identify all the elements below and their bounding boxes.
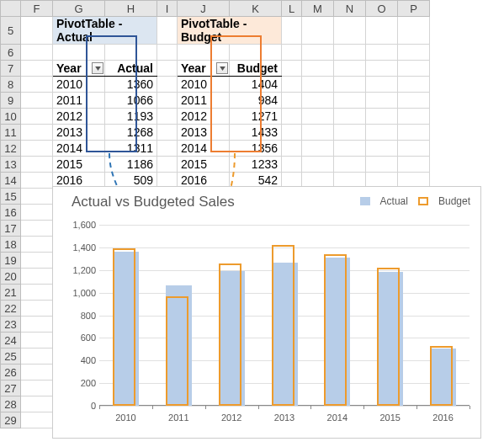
row-header-19[interactable]: 19: [1, 253, 21, 269]
bar-budget[interactable]: [113, 248, 135, 406]
cell-F23[interactable]: [21, 317, 53, 333]
cell-I7[interactable]: [157, 61, 178, 77]
cell-F7[interactable]: [21, 61, 53, 77]
cell-H9[interactable]: 1066: [105, 93, 157, 109]
col-header-L[interactable]: L: [282, 1, 302, 17]
col-header-F[interactable]: F: [21, 1, 53, 17]
cell-M9[interactable]: [302, 93, 334, 109]
row-header-15[interactable]: 15: [1, 189, 21, 205]
cell-L8[interactable]: [282, 77, 302, 93]
cell-P6[interactable]: [398, 45, 430, 61]
cell-K6[interactable]: [230, 45, 282, 61]
cell-M11[interactable]: [302, 125, 334, 141]
cell-L9[interactable]: [282, 93, 302, 109]
bar-budget[interactable]: [166, 296, 188, 406]
cell-I6[interactable]: [157, 45, 178, 61]
row-header-13[interactable]: 13: [1, 157, 21, 173]
bar-budget[interactable]: [430, 346, 453, 406]
cell-G5[interactable]: PivotTable - Actual: [53, 17, 157, 45]
cell-I5[interactable]: [157, 17, 178, 45]
cell-L5[interactable]: [282, 17, 302, 45]
cell-J10[interactable]: 2012: [178, 109, 230, 125]
cell-F5[interactable]: [21, 17, 53, 45]
row-header-6[interactable]: 6: [1, 45, 21, 61]
cell-F19[interactable]: [21, 253, 53, 269]
row-header-14[interactable]: 14: [1, 173, 21, 189]
cell-P7[interactable]: [398, 61, 430, 77]
cell-K7[interactable]: Budget: [230, 61, 282, 77]
col-header-O[interactable]: O: [366, 1, 398, 17]
cell-F13[interactable]: [21, 157, 53, 173]
cell-J12[interactable]: 2014: [178, 141, 230, 157]
cell-F22[interactable]: [21, 301, 53, 317]
cell-L12[interactable]: [282, 141, 302, 157]
cell-H6[interactable]: [105, 45, 157, 61]
cell-J9[interactable]: 2011: [178, 93, 230, 109]
cell-M8[interactable]: [302, 77, 334, 93]
row-header-20[interactable]: 20: [1, 269, 21, 285]
cell-F14[interactable]: [21, 173, 53, 189]
col-header-P[interactable]: P: [398, 1, 430, 17]
cell-I11[interactable]: [157, 125, 178, 141]
cell-F21[interactable]: [21, 285, 53, 301]
cell-F16[interactable]: [21, 205, 53, 221]
cell-P5[interactable]: [398, 17, 430, 45]
cell-F6[interactable]: [21, 45, 53, 61]
cell-F12[interactable]: [21, 141, 53, 157]
cell-I8[interactable]: [157, 77, 178, 93]
filter-dropdown-icon[interactable]: [216, 62, 228, 74]
cell-F15[interactable]: [21, 189, 53, 205]
cell-M13[interactable]: [302, 157, 334, 173]
cell-G7[interactable]: Year: [53, 61, 105, 77]
cell-J8[interactable]: 2010: [178, 77, 230, 93]
cell-H11[interactable]: 1268: [105, 125, 157, 141]
cell-L10[interactable]: [282, 109, 302, 125]
cell-N6[interactable]: [334, 45, 366, 61]
col-header-N[interactable]: N: [334, 1, 366, 17]
row-header-17[interactable]: 17: [1, 221, 21, 237]
row-header-5[interactable]: 5: [1, 17, 21, 45]
cell-F10[interactable]: [21, 109, 53, 125]
cell-L11[interactable]: [282, 125, 302, 141]
cell-H7[interactable]: Actual: [105, 61, 157, 77]
row-header-21[interactable]: 21: [1, 285, 21, 301]
cell-F20[interactable]: [21, 269, 53, 285]
cell-O13[interactable]: [366, 157, 398, 173]
cell-J11[interactable]: 2013: [178, 125, 230, 141]
cell-N8[interactable]: [334, 77, 366, 93]
cell-N7[interactable]: [334, 61, 366, 77]
row-header-24[interactable]: 24: [1, 333, 21, 349]
row-header-7[interactable]: 7: [1, 61, 21, 77]
cell-I13[interactable]: [157, 157, 178, 173]
bar-budget[interactable]: [272, 245, 294, 406]
cell-P13[interactable]: [398, 157, 430, 173]
cell-I10[interactable]: [157, 109, 178, 125]
row-header-8[interactable]: 8: [1, 77, 21, 93]
chart-container[interactable]: Actual vs Budgeted Sales Actual Budget 0…: [52, 186, 481, 439]
cell-P11[interactable]: [398, 125, 430, 141]
col-header-I[interactable]: I: [157, 1, 178, 17]
cell-M7[interactable]: [302, 61, 334, 77]
cell-J5[interactable]: PivotTable - Budget: [178, 17, 282, 45]
cell-G6[interactable]: [53, 45, 105, 61]
col-header-G[interactable]: G: [53, 1, 105, 17]
row-header-11[interactable]: 11: [1, 125, 21, 141]
cell-K11[interactable]: 1433: [230, 125, 282, 141]
cell-O10[interactable]: [366, 109, 398, 125]
cell-H8[interactable]: 1360: [105, 77, 157, 93]
cell-J6[interactable]: [178, 45, 230, 61]
row-header-29[interactable]: 29: [1, 412, 21, 428]
cell-P8[interactable]: [398, 77, 430, 93]
cell-K13[interactable]: 1233: [230, 157, 282, 173]
cell-G12[interactable]: 2014: [53, 141, 105, 157]
cell-L7[interactable]: [282, 61, 302, 77]
row-header-22[interactable]: 22: [1, 301, 21, 317]
cell-O12[interactable]: [366, 141, 398, 157]
bar-budget[interactable]: [377, 268, 400, 406]
col-header-J[interactable]: J: [178, 1, 230, 17]
col-header-H[interactable]: H: [105, 1, 157, 17]
cell-L6[interactable]: [282, 45, 302, 61]
cell-P12[interactable]: [398, 141, 430, 157]
cell-N5[interactable]: [334, 17, 366, 45]
cell-K12[interactable]: 1356: [230, 141, 282, 157]
